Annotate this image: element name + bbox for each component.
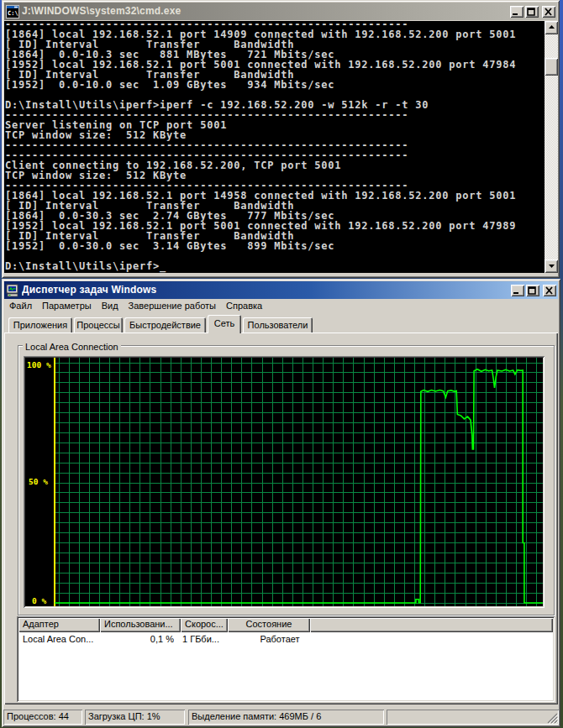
y-axis-label-100: 100 % xyxy=(27,360,51,369)
network-tab-pane: Local Area Connection 100 % 50 % 0 % Ада… xyxy=(4,333,558,704)
taskman-menubar: Файл Параметры Вид Завершение работы Спр… xyxy=(4,298,558,312)
scroll-down-button[interactable] xyxy=(545,259,558,273)
y-axis-label-50: 50 % xyxy=(29,477,48,486)
cmd-minimize-button[interactable] xyxy=(510,6,524,18)
menu-view[interactable]: Вид xyxy=(97,299,124,312)
menu-options[interactable]: Параметры xyxy=(37,299,97,312)
column-header-adapter[interactable]: Адаптер xyxy=(18,618,100,632)
taskman-minimize-button[interactable] xyxy=(511,285,524,296)
column-header-linkspeed[interactable]: Скорос... xyxy=(181,618,228,632)
taskman-statusbar: Процессов: 44 Загрузка ЦП: 1% Выделение … xyxy=(3,707,559,725)
menu-shutdown[interactable]: Завершение работы xyxy=(124,299,221,312)
column-header-utilization[interactable]: Использовани... xyxy=(100,618,181,632)
tab-processes[interactable]: Процессы xyxy=(74,317,123,333)
column-header-filler xyxy=(310,618,553,632)
groupbox-label: Local Area Connection xyxy=(23,342,121,353)
tab-performance[interactable]: Быстродействие xyxy=(124,317,206,333)
cell-state: Работает xyxy=(239,633,321,645)
console-text: ----------------------------------------… xyxy=(5,21,516,271)
cell-adapter-name: Local Area Con... xyxy=(23,633,98,645)
cmd-window-title: J:\WINDOWS\system32\cmd.exe xyxy=(22,5,510,18)
status-processes: Процессов: 44 xyxy=(3,710,82,725)
menu-help[interactable]: Справка xyxy=(221,299,267,312)
status-cpu-usage: Загрузка ЦП: 1% xyxy=(85,710,185,725)
tab-applications[interactable]: Приложения xyxy=(8,317,72,333)
svg-text:C:\: C:\ xyxy=(8,10,18,17)
resize-grip[interactable] xyxy=(547,713,558,724)
status-empty-panel xyxy=(387,710,559,725)
y-axis-label-0: 0 % xyxy=(32,596,46,605)
taskman-tabs: Приложения Процессы Быстродействие Сеть … xyxy=(3,314,559,333)
cell-linkspeed: 1 ГБби... xyxy=(182,633,229,645)
adapter-row[interactable]: Local Area Con... 0,1 % 1 ГБби... Работа… xyxy=(18,633,553,645)
console-scrollbar[interactable] xyxy=(545,21,558,273)
menu-file[interactable]: Файл xyxy=(4,299,37,312)
taskman-maximize-button[interactable] xyxy=(526,285,539,296)
scroll-up-button[interactable] xyxy=(545,21,558,34)
cmd-maximize-button[interactable] xyxy=(525,6,539,18)
taskman-close-button[interactable] xyxy=(543,285,556,296)
column-header-state[interactable]: Состояние xyxy=(228,618,310,632)
cell-utilization: 0,1 % xyxy=(99,633,174,645)
cmd-icon: C:\ xyxy=(6,5,19,18)
task-manager-icon xyxy=(6,284,19,297)
tab-network[interactable]: Сеть xyxy=(208,315,241,333)
tab-users[interactable]: Пользователи xyxy=(243,317,313,333)
taskman-window-title: Диспетчер задач Windows xyxy=(22,284,511,296)
cmd-titlebar[interactable]: C:\ J:\WINDOWS\system32\cmd.exe xyxy=(4,3,557,20)
task-manager-window: Диспетчер задач Windows Файл Параметры В… xyxy=(2,279,560,727)
adapter-listview: Адаптер Использовани... Скорос... Состоя… xyxy=(17,616,555,702)
listview-header: Адаптер Использовани... Скорос... Состоя… xyxy=(18,618,553,632)
local-area-connection-groupbox: Local Area Connection 100 % 50 % 0 % xyxy=(18,345,555,615)
cmd-close-button[interactable] xyxy=(542,6,555,18)
scrollbar-thumb[interactable] xyxy=(545,58,558,76)
network-utilization-graph: 100 % 50 % 0 % xyxy=(24,356,545,608)
console-output: ----------------------------------------… xyxy=(4,21,558,273)
status-commit-charge: Выделение памяти: 469МБ / 6 xyxy=(188,710,384,725)
desktop: C:\ J:\WINDOWS\system32\cmd.exe --------… xyxy=(0,0,563,728)
cmd-window: C:\ J:\WINDOWS\system32\cmd.exe --------… xyxy=(2,0,560,278)
taskman-titlebar[interactable]: Диспетчер задач Windows xyxy=(4,281,558,299)
